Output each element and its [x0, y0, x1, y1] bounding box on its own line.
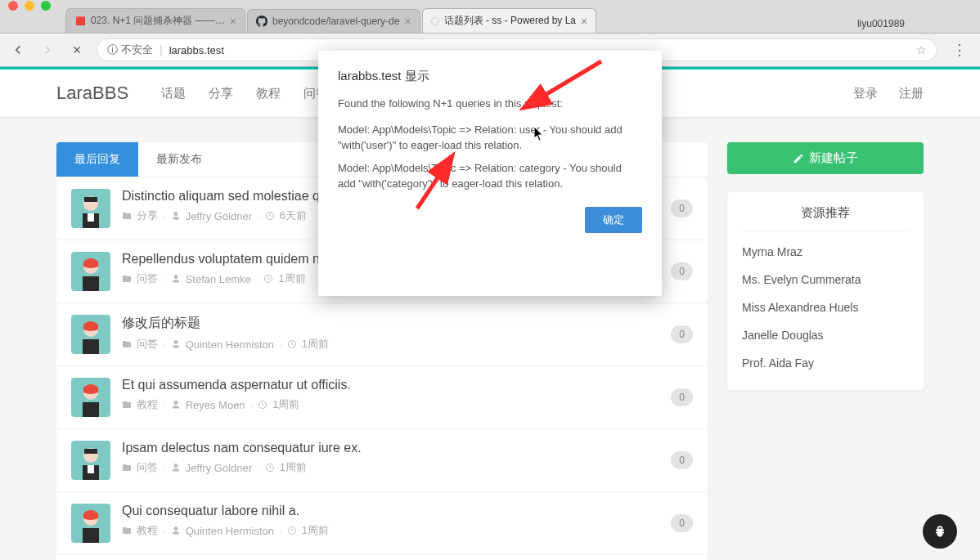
topic-author[interactable]: Quinten Hermiston [186, 525, 274, 537]
svg-rect-4 [88, 213, 94, 222]
menu-icon[interactable]: ⋮ [947, 41, 972, 59]
tab-title: 023. N+1 问题捕杀神器 ——be [91, 14, 225, 28]
topic-time: 6天前 [280, 208, 307, 223]
topic-row[interactable]: Et qui assumenda aspernatur ut officiis.… [56, 366, 708, 429]
close-icon[interactable]: × [581, 15, 587, 28]
topic-category[interactable]: 问答 [137, 460, 158, 475]
browser-tab-2[interactable]: 话题列表 - ss - Powered by La × [422, 8, 597, 33]
reply-count-badge: 0 [671, 451, 693, 469]
topic-title[interactable]: Ipsam delectus nam consequatur iure ex. [122, 441, 659, 455]
resource-item[interactable]: Myrna Mraz [742, 238, 909, 266]
svg-rect-22 [88, 465, 94, 473]
profile-label[interactable]: liyu001989 [847, 15, 915, 33]
resource-item[interactable]: Ms. Evelyn Cummerata [742, 266, 909, 293]
register-link[interactable]: 注册 [899, 86, 924, 101]
topic-time: 1周前 [280, 460, 307, 475]
reply-count-badge: 0 [671, 199, 693, 217]
resource-item[interactable]: Janelle Douglas [742, 321, 909, 349]
topic-title[interactable]: 修改后的标题 [122, 315, 659, 332]
nav-link-tutorial[interactable]: 教程 [256, 86, 281, 101]
topic-author[interactable]: Quinten Hermiston [186, 338, 274, 351]
topic-time: 1周前 [302, 523, 329, 538]
insecure-label: ⓘ 不安全 [107, 43, 153, 57]
svg-rect-16 [83, 402, 99, 417]
nav-link-share[interactable]: 分享 [209, 86, 233, 101]
avatar[interactable] [71, 378, 110, 417]
browser-tab-0[interactable]: 🟥 023. N+1 问题捕杀神器 ——be × [65, 8, 245, 33]
topic-meta: 问答·Quinten Hermiston·1周前 [122, 337, 659, 352]
topic-category[interactable]: 问答 [137, 271, 158, 286]
topic-row[interactable]: Assumenda consequatur est odit soluta au… [56, 555, 708, 560]
new-post-button[interactable]: 新建帖子 [727, 142, 924, 174]
svg-rect-12 [83, 339, 99, 354]
resource-item[interactable]: Prof. Aida Fay [742, 349, 909, 377]
reply-count-badge: 0 [671, 388, 693, 406]
brand-logo[interactable]: LaraBBS [56, 83, 128, 104]
tab-last-reply[interactable]: 最后回复 [56, 142, 138, 177]
favicon-github-icon [256, 16, 267, 27]
topic-author[interactable]: Jeffry Goldner [186, 210, 252, 222]
user-icon [171, 338, 181, 351]
user-icon [171, 462, 181, 474]
window-maximize[interactable] [41, 1, 51, 11]
dialog-line1: Found the following N+1 queries in this … [338, 96, 642, 112]
resource-item[interactable]: Miss Alexandrea Huels [742, 293, 909, 321]
topic-time: 1周前 [302, 337, 329, 352]
favicon-doc-icon: 🟥 [74, 16, 86, 27]
debug-float-button[interactable] [923, 514, 957, 549]
tab-bar: 🟥 023. N+1 问题捕杀神器 ——be × beyondcode/lara… [0, 7, 980, 33]
folder-icon [122, 338, 132, 351]
pencil-icon [793, 153, 804, 164]
forward-button[interactable] [38, 40, 57, 60]
browser-tab-1[interactable]: beyondcode/laravel-query-de × [247, 9, 420, 33]
clock-icon [265, 210, 275, 222]
dialog-line2: Model: App\Models\Topic => Relation: use… [338, 122, 642, 154]
user-icon [171, 210, 181, 222]
topic-author[interactable]: Reyes Moen [186, 399, 245, 411]
close-icon[interactable]: × [404, 15, 411, 28]
stop-button[interactable] [67, 40, 87, 60]
login-link[interactable]: 登录 [853, 86, 878, 101]
topic-title[interactable]: Et qui assumenda aspernatur ut officiis. [122, 378, 659, 392]
close-icon[interactable]: × [230, 15, 236, 28]
nav-link-topics[interactable]: 话题 [161, 86, 186, 101]
user-icon [171, 525, 181, 537]
ok-button[interactable]: 确定 [585, 207, 642, 233]
topic-meta: 教程·Quinten Hermiston·1周前 [122, 523, 659, 538]
avatar[interactable] [71, 189, 110, 228]
reply-count-badge: 0 [671, 262, 693, 280]
tab-newest[interactable]: 最新发布 [138, 142, 220, 177]
topic-row[interactable]: Qui consequatur labore nihil a.教程·Quinte… [56, 492, 708, 555]
recommend-title: 资源推荐 [742, 205, 909, 231]
window-close[interactable] [8, 1, 18, 11]
url-text: larabbs.test [169, 44, 224, 56]
avatar[interactable] [71, 504, 110, 543]
topic-row[interactable]: 修改后的标题问答·Quinten Hermiston·1周前0 [56, 303, 708, 366]
bug-icon [932, 523, 948, 540]
folder-icon [122, 525, 132, 537]
dialog-body: Found the following N+1 queries in this … [338, 96, 642, 192]
topic-category[interactable]: 问答 [137, 337, 158, 352]
alert-dialog: larabbs.test 显示 Found the following N+1 … [318, 51, 662, 296]
nav-right: 登录 注册 [853, 86, 924, 101]
dialog-line3: Model: App\Models\Topic => Relation: cat… [338, 160, 642, 192]
folder-icon [122, 462, 132, 474]
new-post-label: 新建帖子 [809, 150, 858, 166]
bookmark-star-icon[interactable]: ☆ [916, 43, 927, 56]
reply-count-badge: 0 [671, 514, 693, 532]
window-minimize[interactable] [25, 1, 34, 11]
topic-category[interactable]: 教程 [137, 397, 158, 412]
topic-row[interactable]: Ipsam delectus nam consequatur iure ex.问… [56, 429, 708, 492]
avatar[interactable] [71, 315, 110, 354]
avatar[interactable] [71, 252, 110, 291]
topic-author[interactable]: Jeffry Goldner [186, 462, 252, 474]
topic-category[interactable]: 分享 [137, 208, 158, 223]
back-button[interactable] [8, 40, 28, 60]
avatar[interactable] [71, 441, 110, 480]
topic-title[interactable]: Qui consequatur labore nihil a. [122, 504, 659, 518]
topic-category[interactable]: 教程 [137, 523, 158, 538]
svg-rect-8 [83, 276, 99, 291]
clock-icon [263, 273, 273, 285]
svg-rect-2 [84, 197, 97, 202]
topic-author[interactable]: Stefan Lemke [186, 273, 251, 285]
